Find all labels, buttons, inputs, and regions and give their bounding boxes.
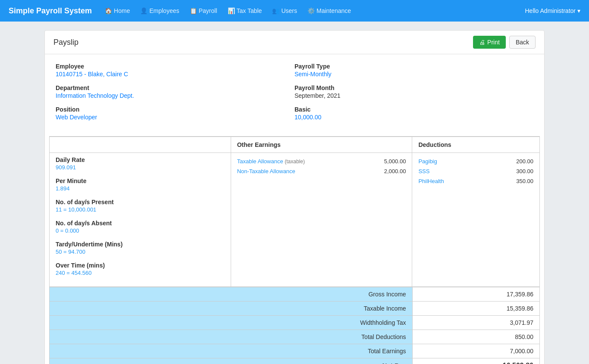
net-pay-value: 16,509.86: [412, 358, 539, 364]
sss-amount: 300.00: [516, 168, 533, 174]
total-deductions-value: 850.00: [412, 330, 539, 344]
taxable-income-left: Taxable Income: [50, 301, 412, 315]
home-icon: 🏠: [105, 7, 112, 14]
nav-link-tax-table[interactable]: 📊 Tax Table: [223, 5, 266, 17]
nav-label-tax-table: Tax Table: [237, 7, 262, 14]
philhealth-label: PhilHealth: [418, 178, 444, 184]
total-earnings-value: 7,000.00: [412, 344, 539, 358]
taxable-allowance-amount: 5,000.00: [384, 158, 406, 165]
per-minute-item: Per Minute 1.894: [56, 177, 225, 192]
days-absent-item: No. of day/s Absent 0 = 0.000: [56, 220, 225, 234]
payslip-card: Payslip 🖨 Print Back Employee 10140715 -…: [44, 30, 545, 364]
info-right: Payroll Type Semi-Monthly Payroll Month …: [294, 63, 533, 128]
print-button[interactable]: 🖨 Print: [473, 36, 506, 49]
payroll-month-value: September, 2021: [294, 92, 533, 99]
nav-item-payroll[interactable]: 📋 Payroll: [185, 5, 222, 17]
basic-label: Basic: [294, 106, 533, 113]
tardy-value: 50 = 94.700: [56, 249, 225, 255]
department-label: Department: [56, 84, 294, 91]
net-pay-label: Net Pay: [56, 362, 406, 364]
employee-group: Employee 10140715 - Blake, Claire C: [56, 63, 294, 78]
total-deductions-label: Total Deductions: [56, 333, 406, 340]
net-pay-left: Net Pay: [50, 358, 412, 364]
employee-label: Employee: [56, 63, 294, 70]
days-present-value: 11 = 10,000.001: [56, 206, 225, 213]
basic-value: 10,000.00: [294, 114, 533, 121]
tardy-label: Tardy/Undertime (Mins): [56, 241, 225, 248]
pagibig-amount: 200.00: [516, 158, 533, 165]
nav-link-home[interactable]: 🏠 Home: [100, 5, 134, 17]
maintenance-icon: ⚙️: [307, 7, 315, 14]
nav-link-maintenance[interactable]: ⚙️ Maintenance: [303, 5, 355, 17]
nav-link-payroll[interactable]: 📋 Payroll: [185, 5, 222, 17]
pagibig-label: Pagibig: [418, 158, 437, 165]
printer-icon: 🖨: [479, 39, 485, 46]
print-label: Print: [487, 39, 500, 46]
overtime-value: 240 = 454.560: [56, 270, 225, 276]
nav-item-tax-table[interactable]: 📊 Tax Table: [223, 5, 266, 17]
tax-table-icon: 📊: [228, 7, 235, 14]
earnings-col-cell: Taxable Allowance (taxable) 5,000.00 Non…: [231, 153, 412, 287]
position-label: Position: [56, 106, 294, 113]
withholding-tax-label: Widthholding Tax: [56, 319, 406, 326]
nontaxable-allowance-amount: 2,000.00: [384, 168, 406, 174]
navbar: Simple Payroll System 🏠 Home 👤 Employees…: [0, 0, 589, 22]
back-button[interactable]: Back: [509, 36, 536, 49]
summary-total-earnings: Total Earnings 7,000.00: [50, 344, 539, 358]
nav-link-users[interactable]: 👥 Users: [268, 5, 301, 17]
payroll-type-value: Semi-Monthly: [294, 71, 533, 78]
payroll-month-group: Payroll Month September, 2021: [294, 84, 533, 99]
earn-row-taxable: Taxable Allowance (taxable) 5,000.00: [237, 156, 406, 166]
main-content: Payslip 🖨 Print Back Employee 10140715 -…: [0, 22, 589, 364]
info-left: Employee 10140715 - Blake, Claire C Depa…: [56, 63, 294, 128]
taxable-income-label: Taxable Income: [56, 305, 406, 312]
taxable-income-value: 15,359.86: [412, 301, 539, 315]
payroll-type-group: Payroll Type Semi-Monthly: [294, 63, 533, 78]
total-earnings-label: Total Earnings: [56, 348, 406, 355]
days-absent-label: No. of day/s Absent: [56, 220, 225, 227]
nav-link-employees[interactable]: 👤 Employees: [136, 5, 183, 17]
overtime-label: Over Time (mins): [56, 262, 225, 269]
daily-rate-value: 909.091: [56, 164, 225, 171]
nav-label-home: Home: [114, 7, 130, 14]
nontaxable-allowance-label: Non-Taxable Allowance: [237, 168, 295, 174]
position-value: Web Developer: [56, 114, 294, 121]
department-group: Department Information Technology Dept.: [56, 84, 294, 99]
nav-item-home[interactable]: 🏠 Home: [100, 5, 134, 17]
col-header-left: [50, 137, 231, 153]
summary-withholding-tax: Widthholding Tax 3,071.97: [50, 315, 539, 330]
withholding-tax-value: 3,071.97: [412, 315, 539, 330]
nav-item-users[interactable]: 👥 Users: [268, 5, 301, 17]
nav-label-maintenance: Maintenance: [316, 7, 351, 14]
payroll-month-label: Payroll Month: [294, 84, 533, 91]
greeting-text: Hello Administrator: [525, 7, 576, 14]
deduct-row-pagibig: Pagibig 200.00: [418, 156, 533, 166]
taxable-allowance-label: Taxable Allowance (taxable): [237, 158, 305, 165]
daily-rate-item: Daily Rate 909.091: [56, 156, 225, 171]
dropdown-icon: ▾: [577, 7, 580, 14]
nav-item-employees[interactable]: 👤 Employees: [136, 5, 183, 17]
days-present-item: No. of day/s Present 11 = 10,000.001: [56, 199, 225, 213]
position-group: Position Web Developer: [56, 106, 294, 121]
nav-label-payroll: Payroll: [199, 7, 217, 14]
total-earnings-left: Total Earnings: [50, 344, 412, 358]
left-col-cell: Daily Rate 909.091 Per Minute 1.894 No. …: [50, 153, 231, 287]
deduct-row-sss: SSS 300.00: [418, 166, 533, 176]
days-absent-value: 0 = 0.000: [56, 227, 225, 234]
daily-rate-label: Daily Rate: [56, 156, 225, 163]
department-value: Information Technology Dept.: [56, 92, 294, 99]
navbar-nav: 🏠 Home 👤 Employees 📋 Payroll 📊 Tax Table: [100, 5, 525, 17]
sss-label: SSS: [418, 168, 429, 174]
nav-item-maintenance[interactable]: ⚙️ Maintenance: [303, 5, 355, 17]
summary-gross-income: Gross Income 17,359.86: [50, 287, 539, 301]
header-buttons: 🖨 Print Back: [473, 36, 536, 49]
overtime-item: Over Time (mins) 240 = 454.560: [56, 262, 225, 276]
withholding-tax-left: Widthholding Tax: [50, 315, 412, 330]
gross-income-left: Gross Income: [50, 287, 412, 301]
users-icon: 👥: [272, 7, 279, 14]
navbar-brand: Simple Payroll System: [9, 6, 92, 16]
payslip-table: Other Earnings Deductions Daily Rate 909…: [49, 137, 540, 287]
deduct-row-philhealth: PhilHealth 350.00: [418, 176, 533, 186]
payroll-icon: 📋: [190, 7, 197, 14]
taxable-note: (taxable): [285, 159, 305, 165]
